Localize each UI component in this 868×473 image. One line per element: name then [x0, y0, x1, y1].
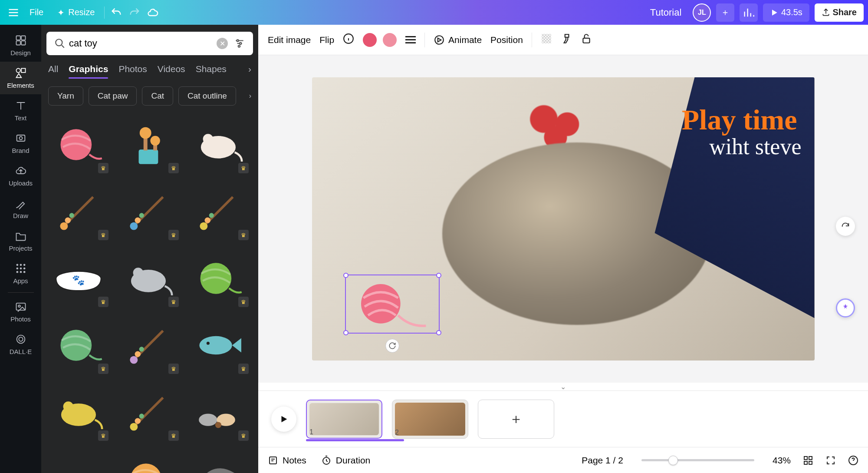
search-icon	[54, 38, 66, 49]
file-menu[interactable]: File	[23, 3, 50, 22]
subhead-text[interactable]: wiht steve	[709, 134, 801, 159]
thumb-bead-wand[interactable]: ♛	[187, 181, 250, 242]
rail-projects[interactable]: Projects	[0, 225, 41, 257]
headline-text[interactable]: Play time	[682, 103, 797, 136]
position-button[interactable]: Position	[490, 35, 523, 45]
rail-brand[interactable]: Brand	[0, 127, 41, 159]
thumb-food-bowl[interactable]: 🐾♛	[46, 248, 110, 309]
notes-button[interactable]: Notes	[268, 455, 306, 466]
animate-button[interactable]: Animate	[434, 34, 482, 46]
zoom-value[interactable]: 43%	[773, 455, 791, 466]
svg-point-52	[130, 356, 138, 364]
chip-cat-outline[interactable]: Cat outline	[178, 86, 236, 106]
thumb-yarn-orange[interactable]: ♛	[116, 449, 180, 473]
zoom-slider[interactable]	[641, 459, 754, 461]
duration-button[interactable]: Duration	[321, 455, 370, 466]
document-title[interactable]: Tutorial	[643, 3, 689, 22]
fullscreen-button[interactable]	[825, 455, 836, 466]
page-indicator[interactable]: Page 1 / 2	[582, 455, 623, 466]
tabs-scroll-right[interactable]: ›	[248, 64, 251, 79]
search-filters-button[interactable]	[230, 34, 249, 53]
chip-cat[interactable]: Cat	[142, 86, 173, 106]
info-button[interactable]	[343, 33, 354, 46]
resize-handle-tl[interactable]	[343, 273, 349, 278]
rotate-handle[interactable]	[385, 339, 399, 353]
flip-button[interactable]: Flip	[319, 35, 334, 45]
thumb-rabbit-feather[interactable]: ♛	[116, 181, 180, 242]
resize-handle-bl[interactable]	[343, 330, 349, 335]
rail-design[interactable]: Design	[0, 29, 41, 62]
timeline-collapse[interactable]: ⌄	[258, 383, 868, 390]
rail-uploads[interactable]: Uploads	[0, 159, 41, 192]
tab-graphics[interactable]: Graphics	[69, 64, 108, 79]
hamburger-menu[interactable]	[4, 3, 23, 22]
chip-yarn[interactable]: Yarn	[48, 86, 83, 106]
share-button[interactable]: Share	[815, 3, 864, 22]
add-member-button[interactable]: ＋	[716, 3, 734, 22]
rail-text[interactable]: Text	[0, 94, 41, 127]
user-avatar[interactable]: JL	[693, 3, 711, 22]
thumb-mouse-gray[interactable]: ♛	[116, 248, 180, 309]
list-style-button[interactable]	[405, 36, 416, 43]
add-scene-button[interactable]: ＋	[478, 400, 554, 439]
search-input[interactable]	[69, 38, 217, 49]
rail-label: Projects	[9, 245, 32, 252]
color-primary[interactable]	[363, 33, 377, 47]
thumb-yarn-green[interactable]: ♛	[187, 248, 250, 309]
thumb-fish-toy[interactable]: ♛	[187, 315, 250, 376]
magic-fab[interactable]	[836, 298, 855, 318]
scene-1[interactable]: 1	[306, 400, 382, 439]
rail-apps[interactable]: Apps	[0, 257, 41, 290]
grid-view-button[interactable]	[803, 455, 813, 466]
thumb-feather-wand[interactable]: ♛	[46, 181, 110, 242]
thumb-yarn-pink-2[interactable]: ♛	[46, 315, 110, 376]
play-preview-button[interactable]: 43.5s	[763, 3, 809, 22]
rail-dalle[interactable]: DALL·E	[0, 328, 41, 361]
thumb-rope-toy[interactable]: ♛	[46, 449, 110, 473]
thumb-dangle-wand[interactable]: ♛	[116, 315, 180, 376]
undo-button[interactable]	[107, 3, 125, 22]
resize-button[interactable]: ✦Resize	[50, 3, 102, 22]
tab-videos[interactable]: Videos	[158, 64, 185, 79]
redo-button[interactable]	[125, 3, 144, 22]
svg-point-38	[135, 217, 141, 223]
chips-scroll-right[interactable]: ›	[249, 92, 251, 100]
insights-button[interactable]	[740, 3, 758, 22]
scene-2[interactable]: 2	[392, 400, 468, 439]
selection-box[interactable]	[345, 275, 440, 334]
thumb-feather-boa[interactable]: ♛	[116, 382, 180, 443]
color-secondary[interactable]	[383, 33, 397, 47]
clear-search-button[interactable]: ✕	[217, 38, 228, 49]
rail-elements[interactable]: Elements	[0, 62, 41, 94]
thumb-kittens-playing[interactable]: ♛	[187, 382, 250, 443]
thumb-mouse-yellow[interactable]: ♛	[46, 382, 110, 443]
rail-photos[interactable]: Photos	[0, 295, 41, 328]
svg-point-13	[23, 268, 25, 270]
help-button[interactable]	[848, 455, 858, 466]
tab-shapes[interactable]: Shapes	[196, 64, 227, 79]
tab-photos[interactable]: Photos	[118, 64, 147, 79]
resize-handle-tr[interactable]	[436, 273, 441, 278]
resize-handle-br[interactable]	[436, 330, 441, 335]
copy-style-button[interactable]	[561, 33, 572, 46]
regenerate-fab[interactable]	[836, 217, 855, 236]
canvas-viewport[interactable]: Play time wiht steve	[258, 55, 868, 383]
thumb-cat-tower[interactable]: ♛	[116, 114, 180, 175]
edit-image-button[interactable]: Edit image	[268, 35, 311, 45]
thumb-yarn-pink[interactable]: ♛	[46, 114, 110, 175]
rail-draw[interactable]: Draw	[0, 192, 41, 225]
pro-badge: ♛	[238, 364, 249, 374]
thumb-mouse-toy-white[interactable]: ♛	[187, 114, 250, 175]
thumb-tail-toy[interactable]: ♛	[187, 449, 250, 473]
timeline-play-button[interactable]	[271, 407, 296, 432]
category-tabs: All Graphics Photos Videos Shapes ›	[48, 64, 251, 79]
canvas-page[interactable]: Play time wiht steve	[312, 77, 815, 361]
cloud-sync-icon[interactable]	[144, 3, 162, 22]
transparency-button[interactable]	[541, 33, 552, 46]
svg-rect-78	[804, 461, 807, 464]
timeline-progress[interactable]	[306, 439, 404, 441]
tab-all[interactable]: All	[48, 64, 58, 79]
zoom-thumb[interactable]	[668, 456, 678, 465]
lock-button[interactable]	[581, 33, 592, 46]
chip-cat-paw[interactable]: Cat paw	[89, 86, 137, 106]
